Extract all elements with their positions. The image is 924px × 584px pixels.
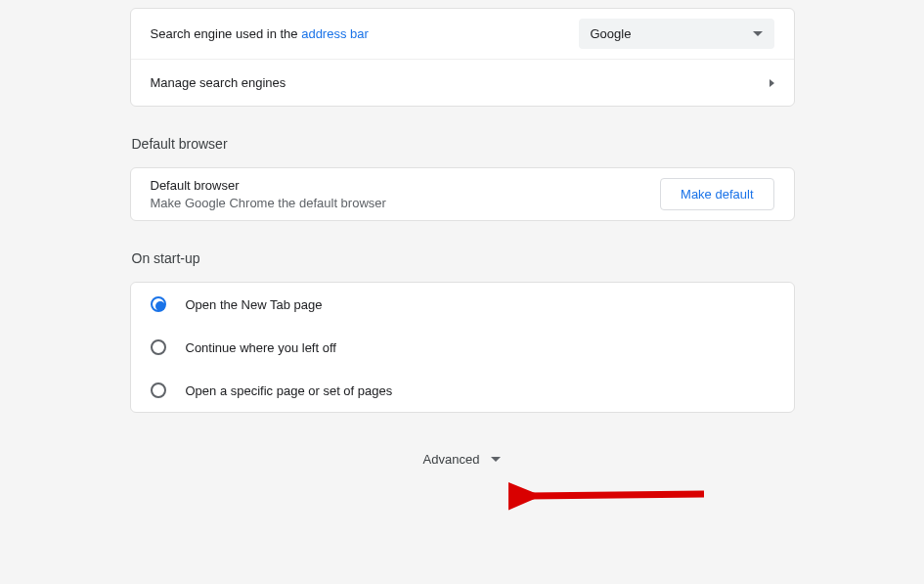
advanced-toggle[interactable]: Advanced xyxy=(130,452,795,467)
advanced-label: Advanced xyxy=(423,452,480,467)
dropdown-icon xyxy=(753,31,763,36)
startup-option-label: Open the New Tab page xyxy=(186,297,323,312)
startup-option-continue[interactable]: Continue where you left off xyxy=(131,326,794,369)
address-bar-link[interactable]: address bar xyxy=(301,26,369,41)
default-browser-row: Default browser Make Google Chrome the d… xyxy=(131,168,794,220)
manage-search-engines-row[interactable]: Manage search engines xyxy=(131,59,794,106)
search-engine-label: Search engine used in the address bar xyxy=(151,26,369,41)
search-engine-select[interactable]: Google xyxy=(579,19,774,49)
chevron-right-icon xyxy=(770,79,774,87)
default-browser-card: Default browser Make Google Chrome the d… xyxy=(130,167,795,221)
svg-line-1 xyxy=(528,494,704,496)
startup-option-specific-page[interactable]: Open a specific page or set of pages xyxy=(131,369,794,412)
startup-option-new-tab[interactable]: Open the New Tab page xyxy=(131,283,794,326)
default-browser-title: Default browser xyxy=(151,178,386,193)
on-startup-section-title: On start-up xyxy=(132,250,795,266)
search-engine-selected: Google xyxy=(591,26,632,41)
search-engine-row: Search engine used in the address bar Go… xyxy=(131,9,794,59)
startup-option-label: Continue where you left off xyxy=(186,340,336,355)
search-engine-card: Search engine used in the address bar Go… xyxy=(130,8,795,107)
default-browser-section-title: Default browser xyxy=(132,136,795,152)
startup-option-label: Open a specific page or set of pages xyxy=(186,383,393,398)
dropdown-icon xyxy=(491,457,501,462)
default-browser-subtitle: Make Google Chrome the default browser xyxy=(151,196,386,210)
annotation-arrow xyxy=(508,474,724,533)
search-engine-label-text: Search engine used in the xyxy=(151,26,302,41)
make-default-button[interactable]: Make default xyxy=(660,178,773,210)
on-startup-card: Open the New Tab page Continue where you… xyxy=(130,282,795,413)
manage-search-engines-label: Manage search engines xyxy=(151,75,286,90)
radio-icon[interactable] xyxy=(151,382,166,398)
radio-icon[interactable] xyxy=(151,296,166,312)
radio-icon[interactable] xyxy=(151,339,166,355)
